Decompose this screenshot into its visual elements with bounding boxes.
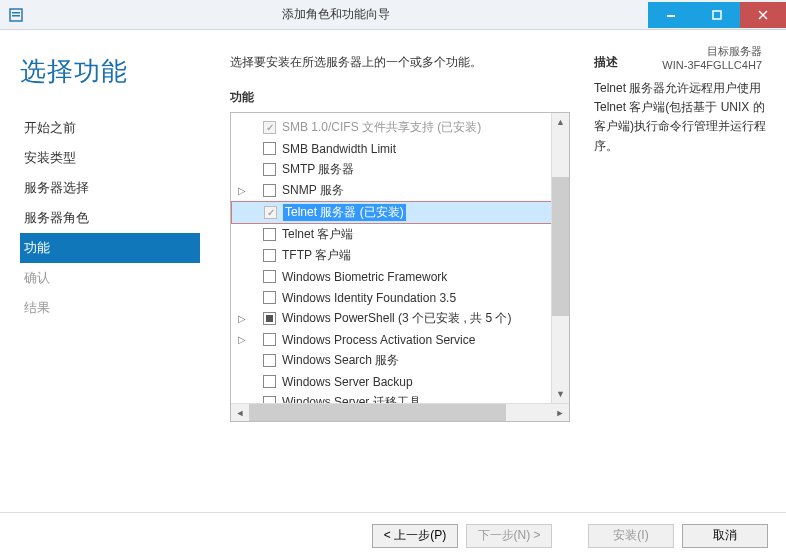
scroll-down-button[interactable]: ▼ [552, 385, 569, 403]
target-server-name: WIN-3F4FGLLC4H7 [662, 59, 762, 71]
tree-horizontal-scrollbar[interactable]: ◄ ► [231, 403, 569, 421]
feature-checkbox[interactable] [263, 184, 276, 197]
feature-checkbox [263, 121, 276, 134]
feature-item[interactable]: Windows Biometric Framework [231, 266, 569, 287]
page-title: 选择功能 [20, 54, 200, 89]
feature-item[interactable]: ▷Windows Process Activation Service [231, 329, 569, 350]
feature-item[interactable]: Windows Server Backup [231, 371, 569, 392]
feature-label: Windows Search 服务 [282, 352, 399, 369]
intro-text: 选择要安装在所选服务器上的一个或多个功能。 [230, 54, 570, 71]
feature-label: Windows Server 迁移工具 [282, 394, 421, 403]
wizard-footer: < 上一步(P) 下一步(N) > 安装(I) 取消 [0, 512, 786, 558]
close-button[interactable] [740, 2, 786, 28]
svg-rect-4 [713, 11, 721, 19]
feature-item[interactable]: Windows Server 迁移工具 [231, 392, 569, 403]
svg-rect-1 [12, 12, 20, 14]
titlebar: 添加角色和功能向导 [0, 0, 786, 30]
feature-label: TFTP 客户端 [282, 247, 351, 264]
feature-item[interactable]: SMB Bandwidth Limit [231, 138, 569, 159]
scroll-up-button[interactable]: ▲ [552, 113, 569, 131]
feature-checkbox[interactable] [263, 375, 276, 388]
install-button[interactable]: 安装(I) [588, 524, 674, 548]
feature-label: SMB 1.0/CIFS 文件共享支持 (已安装) [282, 119, 481, 136]
previous-button[interactable]: < 上一步(P) [372, 524, 458, 548]
feature-checkbox[interactable] [263, 333, 276, 346]
expand-toggle-icon[interactable]: ▷ [235, 334, 249, 345]
v-scroll-thumb[interactable] [552, 177, 569, 317]
svg-rect-3 [667, 15, 675, 17]
cancel-button[interactable]: 取消 [682, 524, 768, 548]
nav-item-6: 结果 [20, 293, 200, 323]
feature-label: Windows PowerShell (3 个已安装 , 共 5 个) [282, 310, 511, 327]
nav-item-2[interactable]: 服务器选择 [20, 173, 200, 203]
app-icon [8, 7, 24, 23]
feature-checkbox[interactable] [263, 312, 276, 325]
tree-vertical-scrollbar[interactable]: ▲ ▼ [551, 113, 569, 403]
window-title: 添加角色和功能向导 [24, 6, 648, 23]
target-server-label: 目标服务器 [662, 44, 762, 59]
svg-rect-2 [12, 15, 20, 17]
feature-checkbox[interactable] [263, 249, 276, 262]
features-section-label: 功能 [230, 89, 570, 106]
feature-label: Windows Server Backup [282, 375, 413, 389]
feature-label: SNMP 服务 [282, 182, 344, 199]
feature-checkbox [264, 206, 277, 219]
feature-label: SMB Bandwidth Limit [282, 142, 396, 156]
feature-label: Telnet 服务器 (已安装) [283, 204, 406, 221]
feature-item[interactable]: SMTP 服务器 [231, 159, 569, 180]
scroll-right-button[interactable]: ► [551, 404, 569, 421]
nav-item-4[interactable]: 功能 [20, 233, 200, 263]
nav-item-0[interactable]: 开始之前 [20, 113, 200, 143]
next-button[interactable]: 下一步(N) > [466, 524, 552, 548]
feature-label: SMTP 服务器 [282, 161, 354, 178]
feature-checkbox[interactable] [263, 163, 276, 176]
feature-checkbox[interactable] [263, 396, 276, 403]
expand-toggle-icon[interactable]: ▷ [235, 185, 249, 196]
feature-checkbox[interactable] [263, 291, 276, 304]
features-tree: SMB 1.0/CIFS 文件共享支持 (已安装)SMB Bandwidth L… [230, 112, 570, 422]
wizard-nav: 开始之前安装类型服务器选择服务器角色功能确认结果 [20, 113, 200, 323]
maximize-button[interactable] [694, 2, 740, 28]
nav-item-3[interactable]: 服务器角色 [20, 203, 200, 233]
feature-item[interactable]: Windows Identity Foundation 3.5 [231, 287, 569, 308]
feature-label: Telnet 客户端 [282, 226, 353, 243]
feature-label: Windows Biometric Framework [282, 270, 447, 284]
feature-item[interactable]: ▷SNMP 服务 [231, 180, 569, 201]
feature-item[interactable]: SMB 1.0/CIFS 文件共享支持 (已安装) [231, 117, 569, 138]
feature-checkbox[interactable] [263, 354, 276, 367]
feature-label: Windows Process Activation Service [282, 333, 475, 347]
feature-item[interactable]: ▷Windows PowerShell (3 个已安装 , 共 5 个) [231, 308, 569, 329]
server-info: 目标服务器 WIN-3F4FGLLC4H7 [662, 44, 762, 71]
feature-item[interactable]: Windows Search 服务 [231, 350, 569, 371]
feature-checkbox[interactable] [263, 270, 276, 283]
nav-item-1[interactable]: 安装类型 [20, 143, 200, 173]
feature-item[interactable]: Telnet 服务器 (已安装) [231, 201, 567, 224]
h-scroll-thumb[interactable] [249, 404, 506, 421]
feature-item[interactable]: TFTP 客户端 [231, 245, 569, 266]
feature-item[interactable]: Telnet 客户端 [231, 224, 569, 245]
minimize-button[interactable] [648, 2, 694, 28]
feature-checkbox[interactable] [263, 228, 276, 241]
scroll-left-button[interactable]: ◄ [231, 404, 249, 421]
nav-item-5: 确认 [20, 263, 200, 293]
feature-label: Windows Identity Foundation 3.5 [282, 291, 456, 305]
expand-toggle-icon[interactable]: ▷ [235, 313, 249, 324]
feature-checkbox[interactable] [263, 142, 276, 155]
window-controls [648, 2, 786, 28]
description-text: Telnet 服务器允许远程用户使用 Telnet 客户端(包括基于 UNIX … [594, 79, 766, 156]
